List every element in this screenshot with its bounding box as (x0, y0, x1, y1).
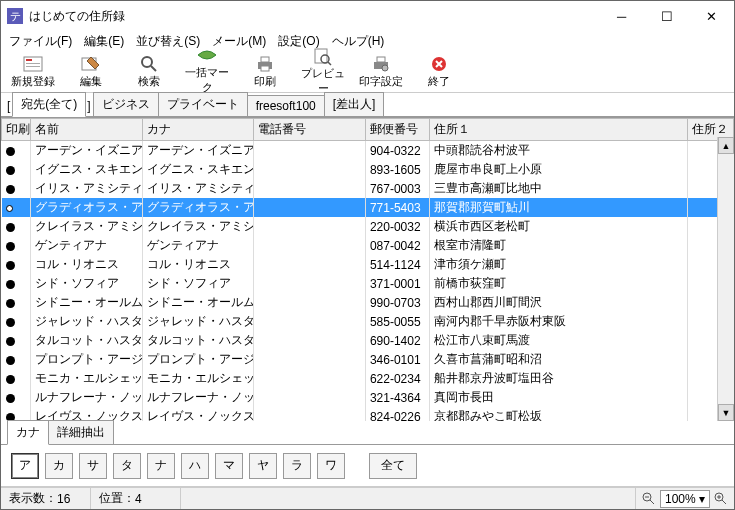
print-dot (6, 223, 15, 232)
print-button[interactable]: 印刷 (237, 52, 293, 92)
kana-ra[interactable]: ラ (283, 453, 311, 479)
zoom-in-icon[interactable] (714, 492, 728, 506)
scroll-up-button[interactable]: ▲ (718, 137, 734, 154)
cell-addr1: 鹿屋市串良町上小原 (430, 160, 688, 179)
col-addr1[interactable]: 住所１ (430, 119, 688, 141)
tab-business[interactable]: ビジネス (93, 92, 159, 116)
window-title: はじめての住所録 (29, 8, 599, 25)
search-icon (139, 54, 159, 74)
print-dot (6, 242, 15, 251)
col-tel[interactable]: 電話番号 (254, 119, 366, 141)
table-row[interactable]: ルナフレーナ・ノックス・フルーレルナフレーナ・ノックス・フルーレ321-4364… (2, 388, 734, 407)
table-row[interactable]: ジャレッド・ハスタジャレッド・ハスタ585-0055南河内郡千早赤阪村東阪 (2, 312, 734, 331)
table-row[interactable]: シドニー・オールムシドニー・オールム990-0703西村山郡西川町間沢 (2, 293, 734, 312)
col-print[interactable]: 印刷 (2, 119, 31, 141)
mark-icon (197, 49, 217, 65)
cell-addr1: 中頭郡読谷村波平 (430, 141, 688, 161)
statusbar: 表示数：16 位置：4 100% ▾ (1, 487, 734, 509)
cell-kana: プロンプト・アージェンタム (142, 350, 254, 369)
table-row[interactable]: タルコット・ハスタタルコット・ハスタ690-1402松江市八束町馬渡 (2, 331, 734, 350)
close-button[interactable]: ✕ (689, 2, 734, 30)
svg-line-18 (650, 500, 654, 504)
svg-point-5 (142, 57, 152, 67)
menu-sort[interactable]: 並び替え(S) (132, 31, 204, 52)
tab-kana[interactable]: カナ (7, 420, 49, 445)
mark-button[interactable]: 一括マーク (179, 52, 235, 92)
col-name[interactable]: 名前 (30, 119, 142, 141)
menu-help[interactable]: ヘルプ(H) (328, 31, 389, 52)
exit-button[interactable]: 終了 (411, 52, 467, 92)
kana-na[interactable]: ナ (147, 453, 175, 479)
cell-addr1: 京都郡みやこ町松坂 (430, 407, 688, 421)
titlebar: テ はじめての住所録 ─ ☐ ✕ (1, 1, 734, 31)
table-row[interactable]: イグニス・スキエンティアイグニス・スキエンティア893-1605鹿屋市串良町上小… (2, 160, 734, 179)
scroll-down-button[interactable]: ▼ (718, 404, 734, 421)
cell-addr1: 根室市清隆町 (430, 236, 688, 255)
minimize-button[interactable]: ─ (599, 2, 644, 30)
col-zip[interactable]: 郵便番号 (365, 119, 429, 141)
kana-sa[interactable]: サ (79, 453, 107, 479)
new-button[interactable]: 新規登録 (5, 52, 61, 92)
table-row[interactable]: アーデン・イズニアアーデン・イズニア904-0322中頭郡読谷村波平 (2, 141, 734, 161)
svg-rect-2 (26, 63, 40, 64)
printset-button[interactable]: 印字設定 (353, 52, 409, 92)
vertical-scrollbar[interactable]: ▲ ▼ (717, 137, 734, 421)
kana-all[interactable]: 全て (369, 453, 417, 479)
kana-ta[interactable]: タ (113, 453, 141, 479)
table-row[interactable]: ゲンティアナゲンティアナ087-0042根室市清隆町 (2, 236, 734, 255)
tab-all[interactable]: 宛先(全て) (12, 92, 86, 117)
table-row[interactable]: モニカ・エルシェットモニカ・エルシェット622-0234船井郡京丹波町塩田谷 (2, 369, 734, 388)
print-dot (6, 261, 15, 270)
cell-zip: 622-0234 (365, 369, 429, 388)
cell-name: アーデン・イズニア (30, 141, 142, 161)
zoom-out-icon[interactable] (642, 492, 656, 506)
cell-name: レイヴス・ノックス・フルーレ (30, 407, 142, 421)
kana-ha[interactable]: ハ (181, 453, 209, 479)
search-button[interactable]: 検索 (121, 52, 177, 92)
address-table[interactable]: 印刷 名前 カナ 電話番号 郵便番号 住所１ 住所２ アーデン・イズニアアーデン… (1, 118, 734, 421)
status-count: 表示数：16 (1, 488, 91, 509)
cell-tel (254, 236, 366, 255)
tab-detail[interactable]: 詳細抽出 (48, 420, 114, 444)
table-row[interactable]: シド・ソフィアシド・ソフィア371-0001前橋市荻窪町 (2, 274, 734, 293)
table-row[interactable]: グラディオラス・アミシティアグラディオラス・アミシティア771-5403那賀郡那… (2, 198, 734, 217)
cell-tel (254, 407, 366, 421)
tab-freesoft[interactable]: freesoft100 (247, 95, 325, 116)
zoom-value[interactable]: 100% ▾ (660, 490, 710, 508)
kana-wa[interactable]: ワ (317, 453, 345, 479)
table-row[interactable]: レイヴス・ノックス・フルーレレイヴス・ノックス・フルーレ824-0226京都郡み… (2, 407, 734, 421)
cell-name: シドニー・オールム (30, 293, 142, 312)
table-row[interactable]: コル・リオニスコル・リオニス514-1124津市須ケ瀬町 (2, 255, 734, 274)
menu-file[interactable]: ファイル(F) (5, 31, 76, 52)
cell-kana: シドニー・オールム (142, 293, 254, 312)
table-row[interactable]: クレイラス・アミシティアクレイラス・アミシティア220-0032横浜市西区老松町 (2, 217, 734, 236)
table-row[interactable]: プロンプト・アージェンタムプロンプト・アージェンタム346-0101久喜市菖蒲町… (2, 350, 734, 369)
svg-line-21 (722, 500, 726, 504)
edit-button[interactable]: 編集 (63, 52, 119, 92)
cell-tel (254, 179, 366, 198)
print-dot (6, 356, 15, 365)
kana-ka[interactable]: カ (45, 453, 73, 479)
table-row[interactable]: イリス・アミシティアイリス・アミシティア767-0003三豊市高瀬町比地中 (2, 179, 734, 198)
print-dot (6, 147, 15, 156)
menu-edit[interactable]: 編集(E) (80, 31, 128, 52)
print-dot (6, 280, 15, 289)
menu-mail[interactable]: メール(M) (208, 31, 270, 52)
cell-addr1: 那賀郡那賀町鮎川 (430, 198, 688, 217)
col-kana[interactable]: カナ (142, 119, 254, 141)
cell-tel (254, 293, 366, 312)
maximize-button[interactable]: ☐ (644, 2, 689, 30)
preview-button[interactable]: プレビュー (295, 52, 351, 92)
cell-addr1: 西村山郡西川町間沢 (430, 293, 688, 312)
kana-ma[interactable]: マ (215, 453, 243, 479)
kana-ya[interactable]: ヤ (249, 453, 277, 479)
kana-a[interactable]: ア (11, 453, 39, 479)
cell-kana: アーデン・イズニア (142, 141, 254, 161)
svg-rect-1 (26, 59, 32, 61)
tab-sender[interactable]: [差出人] (324, 92, 385, 116)
cell-zip: 690-1402 (365, 331, 429, 350)
cell-name: コル・リオニス (30, 255, 142, 274)
cell-tel (254, 312, 366, 331)
cell-addr1: 南河内郡千早赤阪村東阪 (430, 312, 688, 331)
tab-private[interactable]: プライベート (158, 92, 248, 116)
